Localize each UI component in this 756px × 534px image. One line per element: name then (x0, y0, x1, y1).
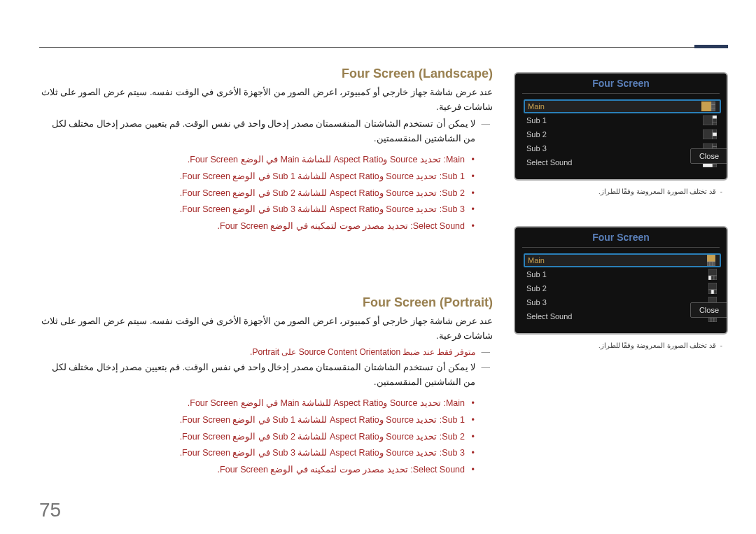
note-text: متوفر فقط عند ضبط Source Content Orienta… (39, 345, 476, 360)
menu-label: Main (528, 256, 707, 265)
page-number: 75 (39, 499, 61, 521)
menu-label: Sub 2 (526, 284, 708, 293)
bullet-sound: Select Sound: تحديد مصدر صوت لتمكينه في … (39, 218, 473, 235)
body-portrait: عند عرض شاشة جهاز خارجي أو كمبيوتر، اعرض… (39, 314, 493, 344)
menu-item-sub2[interactable]: Sub 2 (522, 127, 727, 141)
svg-rect-31 (711, 290, 714, 294)
svg-rect-39 (711, 318, 714, 322)
svg-rect-14 (713, 143, 717, 147)
svg-rect-25 (708, 269, 717, 276)
layout-sub2-portrait-icon (708, 283, 717, 294)
layout-sub1-icon (703, 115, 717, 125)
body-landscape: عند عرض شاشة جهاز خارجي أو كمبيوتر، اعرض… (39, 85, 493, 115)
note-text: لا يمكن أن تستخدم الشاشتان المنقسمتان مص… (39, 117, 476, 147)
svg-rect-26 (708, 276, 711, 280)
svg-rect-11 (713, 133, 717, 136)
svg-rect-23 (710, 262, 713, 266)
menu-label: Select Sound (526, 312, 708, 321)
svg-rect-4 (711, 108, 715, 111)
portrait-only-note: ― متوفر فقط عند ضبط Source Content Orien… (39, 345, 493, 360)
svg-rect-38 (708, 318, 711, 322)
panel-disclaimer: - قد تختلف الصورة المعروضة وفقًا للطراز. (514, 342, 728, 349)
menu-label: Sub 1 (526, 270, 708, 279)
svg-rect-10 (713, 129, 717, 133)
menu-label: Select Sound (526, 158, 703, 167)
bullet-sub3: Sub 3: تحديد Source وAspect Ratio للشاشة… (39, 202, 473, 218)
close-button[interactable]: Close (690, 302, 728, 318)
bullets-landscape: Main: تحديد Source وAspect Ratio للشاشة … (39, 152, 473, 235)
header-rule (39, 47, 728, 48)
panel-body: Main Sub 1 Sub 2 (515, 98, 727, 179)
svg-rect-30 (708, 290, 711, 294)
menu-label: Sub 2 (526, 130, 703, 139)
content-area: Four Screen (Landscape) عند عرض شاشة جها… (39, 66, 728, 492)
header-accent (694, 45, 728, 48)
svg-rect-28 (714, 276, 717, 280)
svg-rect-7 (713, 119, 717, 122)
bullets-portrait: Main: تحديد Source وAspect Ratio للشاشة … (39, 395, 473, 479)
section-landscape: Four Screen (Landscape) عند عرض شاشة جها… (39, 66, 493, 235)
note-text: لا يمكن أن تستخدم الشاشتان المنقسمتان مص… (39, 360, 476, 391)
bullet-sub2: Sub 2: تحديد Source وAspect Ratio للشاشة… (39, 429, 473, 446)
bullet-sub2: Sub 2: تحديد Source وAspect Ratio للشاشة… (39, 185, 473, 202)
panel-body: Main Sub 1 Sub 2 (515, 252, 727, 333)
svg-rect-32 (714, 290, 717, 294)
dash: - (720, 342, 722, 349)
right-column: Four Screen Main Sub 1 (514, 66, 728, 492)
left-column: Four Screen (Landscape) عند عرض شاشة جها… (39, 66, 514, 492)
layout-sub1-portrait-icon (708, 269, 717, 280)
bullet-sound: Select Sound: تحديد مصدر صوت لتمكينه في … (39, 462, 473, 479)
svg-rect-20 (713, 164, 717, 167)
svg-rect-22 (707, 262, 710, 266)
bullet-sub3: Sub 3: تحديد Source وAspect Ratio للشاشة… (39, 445, 473, 462)
menu-item-sub1[interactable]: Sub 1 (522, 113, 727, 127)
note-portrait: ― لا يمكن أن تستخدم الشاشتان المنقسمتان … (39, 360, 493, 391)
panel-disclaimer: - قد تختلف الصورة المعروضة وفقًا للطراز. (514, 188, 728, 195)
panel-block-portrait: Four Screen Main Sub 1 (514, 226, 728, 349)
menu-label: Sub 3 (526, 298, 708, 307)
layout-main-icon (701, 101, 715, 111)
note-dash: ― (482, 345, 491, 360)
note-dash: ― (482, 117, 491, 147)
svg-rect-2 (711, 101, 715, 105)
close-button[interactable]: Close (690, 148, 728, 164)
bullet-main: Main: تحديد Source وAspect Ratio للشاشة … (39, 395, 473, 412)
svg-rect-9 (703, 129, 713, 139)
disclaimer-text: قد تختلف الصورة المعروضة وفقًا للطراز. (598, 188, 716, 195)
svg-rect-5 (703, 115, 713, 125)
menu-item-sub1[interactable]: Sub 1 (522, 267, 727, 281)
menu-item-main[interactable]: Main (524, 253, 721, 267)
svg-rect-21 (707, 255, 715, 262)
menu-item-main[interactable]: Main (524, 99, 721, 113)
menu-label: Sub 1 (526, 116, 703, 125)
bullet-sub1: Sub 1: تحديد Source وAspect Ratio للشاشة… (39, 169, 473, 185)
menu-item-sub2[interactable]: Sub 2 (522, 281, 727, 295)
svg-rect-1 (701, 101, 711, 111)
panel-divider (522, 247, 720, 248)
osd-panel-portrait: Four Screen Main Sub 1 (514, 226, 728, 335)
note-dash: ― (482, 360, 491, 391)
panel-block-landscape: Four Screen Main Sub 1 (514, 72, 728, 195)
disclaimer-text: قد تختلف الصورة المعروضة وفقًا للطراز. (598, 342, 716, 349)
menu-label: Sub 3 (526, 144, 703, 153)
menu-label: Main (528, 102, 701, 111)
section-portrait: Four Screen (Portrait) عند عرض شاشة جهاز… (39, 295, 493, 479)
svg-rect-27 (711, 276, 714, 280)
layout-sub2-icon (703, 129, 717, 139)
osd-panel-landscape: Four Screen Main Sub 1 (514, 72, 728, 181)
svg-rect-24 (713, 262, 715, 266)
svg-rect-3 (711, 105, 715, 108)
svg-rect-6 (713, 115, 717, 119)
bullet-main: Main: تحديد Source وAspect Ratio للشاشة … (39, 152, 473, 169)
note-landscape: ― لا يمكن أن تستخدم الشاشتان المنقسمتان … (39, 117, 493, 147)
svg-rect-12 (713, 136, 717, 139)
svg-rect-8 (713, 122, 717, 125)
dash: - (720, 188, 722, 195)
svg-rect-29 (708, 283, 717, 290)
layout-main-portrait-icon (707, 255, 715, 266)
svg-rect-40 (714, 318, 717, 322)
heading-landscape: Four Screen (Landscape) (39, 66, 493, 81)
bullet-sub1: Sub 1: تحديد Source وAspect Ratio للشاشة… (39, 412, 473, 429)
panel-divider (522, 93, 720, 94)
panel-title: Four Screen (515, 227, 727, 246)
